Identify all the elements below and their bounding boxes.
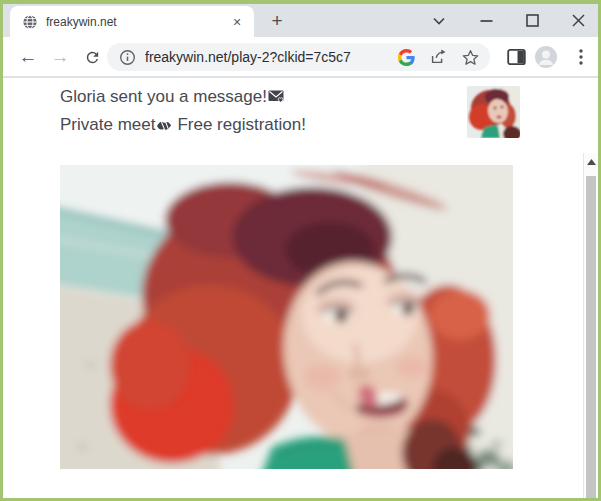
kiss-mark-emoji-icon — [156, 119, 172, 132]
share-icon — [429, 48, 447, 66]
minimize-icon — [480, 19, 493, 23]
side-panel-icon — [507, 48, 526, 66]
headline-text: Gloria sent you a message! — [60, 87, 267, 106]
subline-text-before: Private meet — [60, 115, 155, 134]
bookmark-button[interactable] — [460, 47, 480, 67]
google-search-button[interactable] — [396, 47, 416, 67]
url-address-bar[interactable]: freakywin.net/play-2?clkid=7c5c7 — [107, 43, 490, 71]
google-g-icon — [398, 49, 415, 66]
side-panel-button[interactable] — [504, 45, 528, 69]
page-content: Gloria sent you a message! Private meet … — [3, 78, 598, 498]
profile-button[interactable] — [534, 45, 558, 69]
site-info-button[interactable] — [117, 47, 137, 67]
chevron-down-icon — [432, 17, 446, 25]
arrow-up-icon — [587, 159, 596, 165]
browser-toolbar: ← → freakywin.net/play-2?clkid=7c5c7 — [3, 37, 598, 77]
scroll-up-button[interactable] — [584, 155, 598, 169]
close-icon — [572, 14, 585, 27]
message-headline: Gloria sent you a message! — [60, 85, 285, 109]
window-menu-button[interactable] — [419, 4, 459, 37]
forward-button[interactable]: → — [45, 42, 75, 72]
back-button[interactable]: ← — [13, 42, 43, 72]
tab-title: freakywin.net — [46, 15, 228, 29]
url-text: freakywin.net/play-2?clkid=7c5c7 — [145, 49, 384, 65]
window-close-button[interactable] — [558, 4, 598, 37]
tab-freakywin[interactable]: freakywin.net × — [10, 6, 254, 37]
minimize-button[interactable] — [466, 4, 506, 37]
maximize-button[interactable] — [512, 4, 552, 37]
tab-strip: freakywin.net × + — [3, 4, 598, 37]
chrome-window: freakywin.net × + ← → — [3, 4, 598, 498]
profile-avatar-icon — [534, 45, 558, 69]
browser-menu-button[interactable] — [569, 45, 593, 69]
share-button[interactable] — [428, 47, 448, 67]
sender-avatar-thumbnail — [467, 86, 520, 138]
vertical-scroll-thumb[interactable] — [586, 176, 596, 498]
star-icon — [462, 49, 479, 66]
info-icon — [119, 49, 136, 66]
globe-favicon-icon — [22, 14, 38, 30]
love-letter-emoji-icon — [268, 89, 285, 104]
reload-icon — [84, 49, 101, 66]
profile-photo[interactable] — [60, 165, 513, 469]
subline-text-after: Free registration! — [177, 115, 306, 134]
message-subline: Private meet Free registration! — [60, 113, 306, 137]
maximize-icon — [526, 14, 539, 27]
three-dots-icon — [579, 49, 583, 65]
reload-button[interactable] — [77, 42, 107, 72]
new-tab-button[interactable]: + — [264, 9, 290, 33]
tab-close-button[interactable]: × — [228, 13, 246, 31]
browser-window: freakywin.net × + ← → — [0, 0, 601, 501]
vertical-scrollbar[interactable] — [583, 153, 597, 498]
